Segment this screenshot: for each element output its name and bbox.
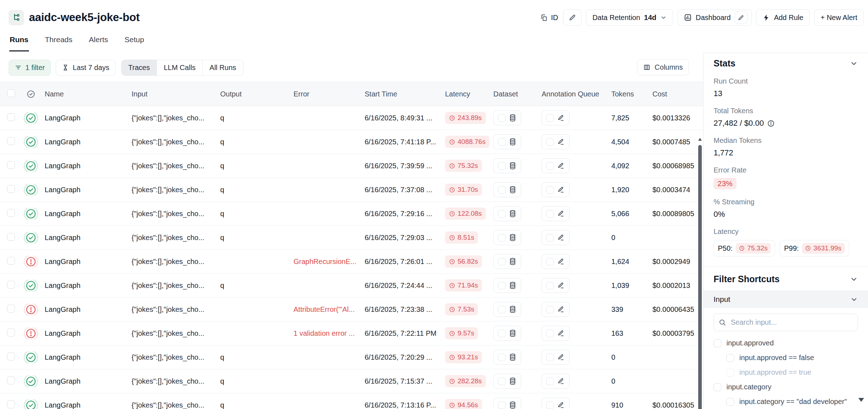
filter-search[interactable] bbox=[714, 314, 858, 331]
dataset-checkbox[interactable] bbox=[498, 401, 505, 409]
table-row[interactable]: LangGraph {"jokes":[],"jokes_cho... q 6/… bbox=[0, 178, 703, 202]
row-checkbox[interactable] bbox=[7, 233, 15, 241]
table-row[interactable]: LangGraph {"jokes":[],"jokes_cho... q 6/… bbox=[0, 345, 703, 369]
stats-collapse-chevron-icon[interactable] bbox=[850, 59, 858, 68]
add-to-annotation-queue-button[interactable] bbox=[542, 158, 569, 173]
row-checkbox[interactable] bbox=[7, 353, 15, 360]
row-checkbox[interactable] bbox=[7, 400, 15, 408]
annotation-checkbox[interactable] bbox=[546, 114, 554, 122]
annotation-checkbox[interactable] bbox=[546, 354, 554, 361]
info-icon[interactable] bbox=[767, 120, 775, 127]
add-to-dataset-button[interactable] bbox=[493, 374, 521, 389]
dataset-checkbox[interactable] bbox=[498, 282, 505, 289]
add-to-annotation-queue-button[interactable] bbox=[542, 326, 569, 341]
add-to-annotation-queue-button[interactable] bbox=[542, 374, 569, 389]
row-checkbox[interactable] bbox=[7, 209, 15, 217]
row-checkbox[interactable] bbox=[7, 257, 15, 265]
filter-group-input-header[interactable]: Input bbox=[704, 290, 868, 308]
scrollbar-thumb[interactable] bbox=[698, 145, 702, 409]
input-group-chevron-icon[interactable] bbox=[850, 295, 858, 303]
tab-threads[interactable]: Threads bbox=[45, 35, 73, 51]
annotation-checkbox[interactable] bbox=[546, 306, 554, 313]
add-to-annotation-queue-button[interactable] bbox=[542, 182, 569, 197]
add-to-dataset-button[interactable] bbox=[493, 134, 521, 149]
segment-all-runs[interactable]: All Runs bbox=[203, 60, 243, 75]
add-to-annotation-queue-button[interactable] bbox=[542, 398, 569, 409]
dataset-checkbox[interactable] bbox=[498, 162, 505, 170]
annotation-checkbox[interactable] bbox=[546, 330, 554, 337]
annotation-checkbox[interactable] bbox=[546, 210, 554, 218]
dataset-checkbox[interactable] bbox=[498, 186, 505, 194]
table-row[interactable]: LangGraph {"jokes":[],"jokes_cho... q 6/… bbox=[0, 226, 703, 250]
row-checkbox[interactable] bbox=[7, 113, 15, 121]
filter-checkbox[interactable] bbox=[726, 354, 734, 362]
table-row[interactable]: LangGraph {"jokes":[],"jokes_cho... q 6/… bbox=[0, 154, 703, 178]
add-to-dataset-button[interactable] bbox=[493, 302, 521, 317]
annotation-checkbox[interactable] bbox=[546, 378, 554, 385]
annotation-checkbox[interactable] bbox=[546, 138, 554, 146]
filter-shortcut-item[interactable]: input.approved == false bbox=[704, 350, 868, 365]
add-to-annotation-queue-button[interactable] bbox=[542, 350, 569, 365]
dataset-checkbox[interactable] bbox=[498, 210, 505, 218]
table-row[interactable]: LangGraph {"jokes":[],"jokes_cho... 1 va… bbox=[0, 321, 703, 345]
table-row[interactable]: LangGraph {"jokes":[],"jokes_cho... q 6/… bbox=[0, 393, 703, 409]
add-to-dataset-button[interactable] bbox=[493, 230, 521, 245]
add-to-dataset-button[interactable] bbox=[493, 350, 521, 365]
dataset-checkbox[interactable] bbox=[498, 378, 505, 385]
select-all-checkbox[interactable] bbox=[7, 89, 15, 97]
scroll-down-indicator[interactable] bbox=[858, 398, 864, 402]
table-row[interactable]: LangGraph {"jokes":[],"jokes_cho... q 6/… bbox=[0, 202, 703, 226]
filter-shortcut-item[interactable]: input.approved == true bbox=[704, 365, 868, 380]
add-to-annotation-queue-button[interactable] bbox=[542, 206, 569, 221]
add-to-dataset-button[interactable] bbox=[493, 398, 521, 409]
row-checkbox[interactable] bbox=[7, 376, 15, 384]
annotation-checkbox[interactable] bbox=[546, 234, 554, 241]
filter-shortcut-item[interactable]: input.category bbox=[704, 380, 868, 394]
add-to-annotation-queue-button[interactable] bbox=[542, 230, 569, 245]
filter-shortcut-item[interactable]: input.approved bbox=[704, 336, 868, 350]
dataset-checkbox[interactable] bbox=[498, 138, 505, 146]
annotation-checkbox[interactable] bbox=[546, 186, 554, 194]
dataset-checkbox[interactable] bbox=[498, 330, 505, 337]
annotation-checkbox[interactable] bbox=[546, 162, 554, 170]
add-to-annotation-queue-button[interactable] bbox=[542, 254, 569, 269]
dashboard-button[interactable]: Dashboard bbox=[677, 9, 752, 26]
row-checkbox[interactable] bbox=[7, 137, 15, 145]
dataset-checkbox[interactable] bbox=[498, 354, 505, 361]
filter-checkbox[interactable] bbox=[726, 369, 734, 376]
row-checkbox[interactable] bbox=[7, 161, 15, 169]
add-to-dataset-button[interactable] bbox=[493, 158, 521, 173]
filter-search-input[interactable] bbox=[730, 318, 853, 327]
table-row[interactable]: LangGraph {"jokes":[],"jokes_cho... q 6/… bbox=[0, 274, 703, 298]
filter-shortcuts-collapse-chevron-icon[interactable] bbox=[850, 275, 858, 283]
add-to-annotation-queue-button[interactable] bbox=[542, 134, 569, 149]
add-to-dataset-button[interactable] bbox=[493, 254, 521, 269]
tab-setup[interactable]: Setup bbox=[124, 35, 144, 51]
annotation-checkbox[interactable] bbox=[546, 401, 554, 409]
row-checkbox[interactable] bbox=[7, 281, 15, 289]
table-row[interactable]: LangGraph {"jokes":[],"jokes_cho... q 6/… bbox=[0, 106, 703, 130]
annotation-checkbox[interactable] bbox=[546, 282, 554, 289]
add-rule-button[interactable]: Add Rule bbox=[756, 9, 810, 26]
add-to-dataset-button[interactable] bbox=[493, 182, 521, 197]
filter-checkbox[interactable] bbox=[726, 398, 734, 406]
table-row[interactable]: LangGraph {"jokes":[],"jokes_cho... Grap… bbox=[0, 250, 703, 274]
filter-chip[interactable]: 1 filter bbox=[9, 60, 51, 76]
data-retention-button[interactable]: Data Retention 14d bbox=[586, 9, 673, 26]
add-to-dataset-button[interactable] bbox=[493, 206, 521, 221]
filter-shortcut-item[interactable]: input.category == "dad developer" bbox=[704, 394, 868, 409]
dataset-checkbox[interactable] bbox=[498, 234, 505, 241]
row-checkbox[interactable] bbox=[7, 305, 15, 313]
dataset-checkbox[interactable] bbox=[498, 306, 505, 313]
date-range-button[interactable]: Last 7 days bbox=[56, 60, 115, 76]
filter-checkbox[interactable] bbox=[714, 339, 721, 347]
filter-checkbox[interactable] bbox=[714, 383, 721, 391]
table-scrollbar[interactable] bbox=[697, 135, 703, 409]
add-to-annotation-queue-button[interactable] bbox=[542, 302, 569, 317]
table-row[interactable]: LangGraph {"jokes":[],"jokes_cho... Attr… bbox=[0, 298, 703, 321]
add-to-dataset-button[interactable] bbox=[493, 110, 521, 125]
row-checkbox[interactable] bbox=[7, 185, 15, 193]
table-row[interactable]: LangGraph {"jokes":[],"jokes_cho... q 6/… bbox=[0, 130, 703, 154]
add-to-annotation-queue-button[interactable] bbox=[542, 278, 569, 293]
columns-button[interactable]: Columns bbox=[637, 59, 689, 75]
